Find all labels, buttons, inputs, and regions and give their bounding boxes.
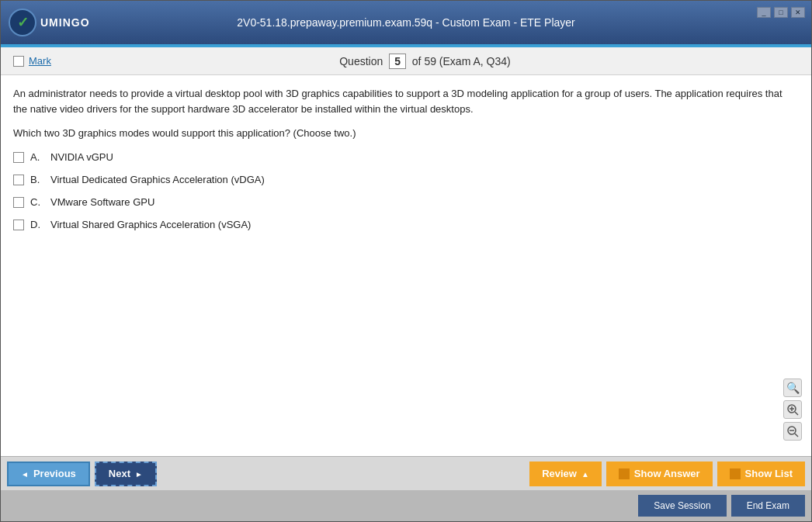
logo-text: UMINGO xyxy=(40,16,90,29)
close-button[interactable]: ✕ xyxy=(791,7,805,18)
main-content: An administrator needs to provide a virt… xyxy=(1,75,811,456)
show-answer-button[interactable]: Show Answer xyxy=(606,462,713,486)
show-list-label: Show List xyxy=(745,468,793,479)
question-number-box: 5 xyxy=(389,54,406,69)
svg-line-5 xyxy=(795,434,798,437)
option-c-text: VMware Software GPU xyxy=(50,196,154,208)
option-b: B. Virtual Dedicated Graphics Accelerati… xyxy=(13,174,799,185)
end-exam-button[interactable]: End Exam xyxy=(731,495,805,517)
zoom-in-button[interactable] xyxy=(783,400,802,419)
show-answer-icon xyxy=(619,468,630,479)
option-b-text: Virtual Dedicated Graphics Acceleration … xyxy=(50,174,265,185)
window-controls: _ □ ✕ xyxy=(757,7,805,18)
option-a-letter: A. xyxy=(30,151,44,163)
option-a: A. NVIDIA vGPU xyxy=(13,151,799,163)
option-b-letter: B. xyxy=(30,174,44,185)
review-button[interactable]: Review xyxy=(529,462,602,486)
option-c-checkbox[interactable] xyxy=(13,197,24,208)
bottom-bar: Previous Next Review Show Answer Show Li… xyxy=(1,456,811,490)
show-list-icon xyxy=(730,468,741,479)
option-c-letter: C. xyxy=(30,196,44,208)
show-answer-label: Show Answer xyxy=(634,468,700,479)
search-icon[interactable]: 🔍 xyxy=(783,379,802,397)
app-window: ✓ UMINGO 2V0-51.18.prepaway.premium.exam… xyxy=(0,0,812,522)
zoom-controls: 🔍 xyxy=(783,379,802,441)
maximize-button[interactable]: □ xyxy=(774,7,788,18)
logo-check-icon: ✓ xyxy=(17,14,29,31)
option-b-checkbox[interactable] xyxy=(13,175,24,185)
option-c: C. VMware Software GPU xyxy=(13,196,799,208)
mark-area: Mark xyxy=(13,55,51,67)
option-a-text: NVIDIA vGPU xyxy=(50,151,113,163)
option-d-text: Virtual Shared Graphics Acceleration (vS… xyxy=(50,219,251,230)
next-label: Next xyxy=(109,468,130,479)
logo-circle: ✓ xyxy=(9,9,36,36)
next-arrow-icon xyxy=(135,468,143,479)
question-label: Question xyxy=(339,55,383,67)
option-d-checkbox[interactable] xyxy=(13,220,24,230)
previous-button[interactable]: Previous xyxy=(7,462,90,486)
next-button[interactable]: Next xyxy=(95,462,157,486)
mark-checkbox[interactable] xyxy=(13,56,24,67)
save-session-button[interactable]: Save Session xyxy=(638,495,726,517)
question-number-area: Question 5 of 59 (Exam A, Q34) xyxy=(51,54,799,69)
option-d-letter: D. xyxy=(30,219,44,230)
logo: ✓ UMINGO xyxy=(9,9,90,36)
review-arrow-icon xyxy=(581,468,589,479)
window-title: 2V0-51.18.prepaway.premium.exam.59q - Cu… xyxy=(237,16,574,29)
question-header: Mark Question 5 of 59 (Exam A, Q34) xyxy=(1,47,811,75)
question-prompt: Which two 3D graphics modes would suppor… xyxy=(13,127,799,139)
question-text: An administrator needs to provide a virt… xyxy=(13,86,799,116)
question-of-total: of 59 (Exam A, Q34) xyxy=(412,55,511,67)
session-bar: Save Session End Exam xyxy=(1,490,811,521)
mark-label[interactable]: Mark xyxy=(29,55,51,67)
previous-label: Previous xyxy=(33,468,76,479)
title-bar: ✓ UMINGO 2V0-51.18.prepaway.premium.exam… xyxy=(1,1,811,44)
minimize-button[interactable]: _ xyxy=(757,7,771,18)
show-list-button[interactable]: Show List xyxy=(717,462,805,486)
prev-arrow-icon xyxy=(21,468,29,479)
zoom-out-button[interactable] xyxy=(783,422,802,441)
option-a-checkbox[interactable] xyxy=(13,152,24,163)
option-d: D. Virtual Shared Graphics Acceleration … xyxy=(13,219,799,230)
review-label: Review xyxy=(542,468,577,479)
svg-line-1 xyxy=(795,412,798,415)
